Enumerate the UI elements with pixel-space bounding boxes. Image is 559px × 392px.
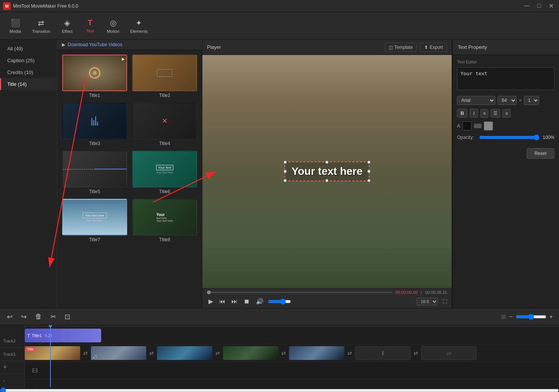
tool-elements[interactable]: ✦ Elements: [125, 16, 153, 36]
thumb-img-title3[interactable]: [62, 103, 127, 139]
resize-handle-br[interactable]: [367, 179, 370, 182]
export-button[interactable]: ⬆ Export: [420, 43, 447, 52]
stop-button[interactable]: ⏹: [242, 297, 251, 306]
transition-arrow-1[interactable]: ⇄: [80, 346, 91, 360]
resize-handle-tr[interactable]: [367, 161, 370, 164]
text-thumb-title7[interactable]: Your text here Your text here Title7: [62, 199, 128, 242]
progress-track[interactable]: [207, 292, 393, 293]
control-row: ▶ ⏮ ⏭ ⏹ 🔊 16:9 9:16 1:1 4:3 ⛶: [207, 297, 447, 306]
text-thumb-title3[interactable]: Title3: [62, 103, 128, 146]
transition-arrow-5[interactable]: ⇄: [344, 346, 355, 360]
crop-button[interactable]: ⊡: [62, 311, 73, 322]
list-type-select[interactable]: 1 •: [524, 96, 539, 105]
track2-row: T Title1 6.2s: [25, 327, 559, 344]
thumb-img-title2[interactable]: [132, 55, 197, 91]
text-color-swatch[interactable]: [462, 121, 472, 131]
thumb-img-title5[interactable]: [62, 151, 127, 187]
bottom-scrollbar[interactable]: [0, 387, 559, 392]
video-clip-5[interactable]: [289, 346, 344, 360]
opacity-label: Opacity:: [457, 135, 476, 140]
text-thumb-title4[interactable]: ✕ Title4: [132, 103, 198, 146]
maximize-button[interactable]: □: [535, 2, 543, 10]
track-audio-row: ♩: [25, 379, 559, 387]
aspect-ratio-select[interactable]: 16:9 9:16 1:1 4:3: [417, 298, 438, 305]
tool-motion[interactable]: ◎ Motion: [102, 16, 125, 36]
transition-arrow-2[interactable]: ⇄: [146, 346, 157, 360]
text-clip-title1[interactable]: T Title1 6.2s: [25, 329, 101, 342]
play-button[interactable]: ▶: [207, 297, 215, 306]
video-clip-4[interactable]: [223, 346, 278, 360]
thumb-img-title7[interactable]: Your text here Your text here: [62, 199, 127, 236]
sidebar-item-all[interactable]: All (49): [0, 43, 57, 55]
transition-arrow-3[interactable]: ⇄: [212, 346, 223, 360]
sidebar-item-caption[interactable]: Caption (25): [0, 55, 57, 66]
font-size-select[interactable]: 64 48 36 24 18: [498, 96, 517, 105]
outline-color-swatch[interactable]: [484, 121, 493, 131]
left-sidebar: All (49) Caption (25) Credits (10) Title…: [0, 40, 57, 308]
horizontal-scrollbar[interactable]: [0, 387, 559, 392]
align-right-button[interactable]: ≡: [502, 109, 511, 118]
text-thumb-title8[interactable]: Your text here Your text here Title8: [132, 199, 198, 242]
bold-button[interactable]: B: [457, 109, 467, 118]
close-button[interactable]: ✕: [546, 2, 556, 10]
resize-handle-tm[interactable]: [325, 161, 328, 164]
total-time-value: 00:00:28.15: [425, 290, 447, 295]
delete-button[interactable]: 🗑: [33, 311, 44, 322]
text-thumb-title5[interactable]: Title5: [62, 151, 128, 194]
tool-transition[interactable]: ⇄ Transition: [27, 16, 56, 36]
align-center-button[interactable]: ☰: [491, 109, 500, 118]
playhead[interactable]: [50, 325, 51, 387]
text-overlay[interactable]: Your text here: [284, 161, 369, 181]
thumb-img-title8[interactable]: Your text here Your text here: [132, 199, 197, 236]
transition-arrow-6[interactable]: ⇄: [410, 346, 421, 360]
opacity-value: 100%: [543, 135, 554, 140]
resize-handle-ml[interactable]: [284, 170, 287, 173]
align-left-button[interactable]: ≡: [480, 109, 488, 118]
video-clip-1[interactable]: Title: [25, 346, 80, 360]
app-title: MiniTool MovieMaker Free 6.0.0: [13, 3, 521, 9]
text-thumb-title1[interactable]: Title1: [62, 55, 128, 98]
fullscreen-button[interactable]: ⛶: [443, 299, 447, 304]
add-track-icon[interactable]: +: [3, 363, 7, 371]
video-clip-empty-2[interactable]: ⇄: [421, 346, 477, 360]
undo-button[interactable]: ↩: [5, 311, 15, 322]
transition-arrow-4[interactable]: ⇄: [278, 346, 289, 360]
thumb-rect-title2: [157, 69, 172, 77]
video-clip-2[interactable]: 🔊: [91, 346, 146, 360]
text-edit-box[interactable]: Your text: [457, 67, 554, 90]
zoom-out-button[interactable]: −: [507, 313, 514, 321]
font-select[interactable]: Arial Times New Roman Courier New: [457, 96, 495, 105]
text-thumb-title2[interactable]: Title2: [132, 55, 198, 98]
title-badge: Title: [26, 347, 35, 352]
sidebar-item-title[interactable]: Title (14): [0, 78, 57, 90]
minimize-button[interactable]: ⸻: [521, 2, 532, 10]
zoom-in-button[interactable]: +: [548, 313, 554, 321]
thumb-img-title6[interactable]: Your text Your text here: [132, 151, 197, 187]
sidebar-item-credits[interactable]: Credits (10): [0, 66, 57, 78]
redo-button[interactable]: ↪: [19, 311, 29, 322]
tool-effect[interactable]: ◈ Effect: [56, 16, 79, 36]
text-thumb-title6[interactable]: Your text Your text here Title6: [132, 151, 198, 194]
opacity-slider[interactable]: [479, 134, 540, 140]
thumb-inner-title5: [63, 152, 126, 187]
bg-color-swatch[interactable]: [474, 124, 481, 128]
audio-icon: ♪: [3, 378, 5, 383]
reset-button[interactable]: Reset: [527, 148, 554, 159]
thumb-img-title1[interactable]: [62, 55, 127, 91]
video-clip-empty-1[interactable]: ⬇: [355, 346, 410, 360]
font-row: Arial Times New Roman Courier New 64 48 …: [457, 96, 554, 105]
resize-handle-tl[interactable]: [284, 161, 287, 164]
zoom-slider[interactable]: [516, 314, 546, 320]
tool-media[interactable]: ⬛ Media: [4, 16, 27, 36]
video-clip-3[interactable]: [157, 346, 212, 360]
template-button[interactable]: ◫ Template: [385, 43, 417, 52]
resize-handle-mr[interactable]: [367, 170, 370, 173]
download-label[interactable]: Download YouTube Videos: [68, 42, 122, 47]
cut-button[interactable]: ✂: [48, 311, 58, 322]
prev-button[interactable]: ⏮: [218, 297, 227, 306]
volume-slider[interactable]: [268, 298, 291, 305]
italic-button[interactable]: I: [470, 109, 478, 118]
tool-text[interactable]: T Text: [79, 16, 102, 35]
next-button[interactable]: ⏭: [230, 297, 239, 306]
thumb-img-title4[interactable]: ✕: [132, 103, 197, 139]
